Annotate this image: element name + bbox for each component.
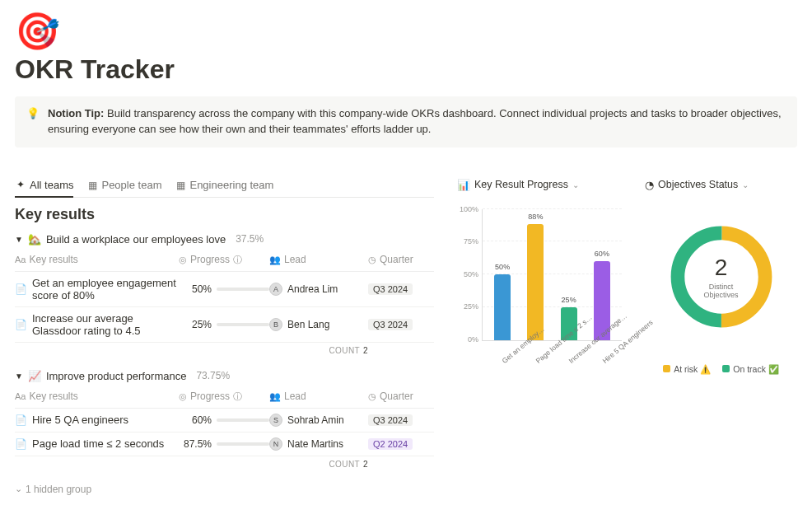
tab-people-team[interactable]: ▦People team bbox=[86, 179, 161, 197]
y-tick: 50% bbox=[464, 270, 478, 278]
col-progress: Progress bbox=[190, 390, 230, 402]
y-tick: 75% bbox=[464, 237, 478, 245]
group-toggle[interactable]: ▼ bbox=[15, 372, 23, 381]
view-tabs: ✦All teams▦People team▦Engineering team bbox=[15, 179, 434, 198]
bar-value-label: 50% bbox=[495, 263, 510, 271]
progress-bar bbox=[217, 288, 269, 291]
progress-cell: 60% bbox=[179, 414, 269, 426]
x-label: Hire 5 QA engineers bbox=[597, 344, 618, 365]
avatar: N bbox=[269, 437, 282, 451]
page-icon: 📄 bbox=[15, 438, 27, 450]
group-name[interactable]: Build a workplace our employees love bbox=[46, 233, 226, 245]
col-quarter: Quarter bbox=[380, 254, 413, 265]
status-widget-title: Objectives Status bbox=[658, 179, 738, 190]
x-label: Page load time ≤ 2 s… bbox=[530, 344, 552, 365]
table-header: AaKey results ◎Progressⓘ 👥Lead ◷Quarter bbox=[15, 249, 434, 272]
group-percent: 37.5% bbox=[236, 233, 264, 245]
table-row[interactable]: 📄 Get an employee engagement score of 80… bbox=[15, 272, 434, 307]
info-icon: ⓘ bbox=[233, 254, 242, 266]
table-row[interactable]: 📄 Hire 5 QA engineers 60% S Sohrab Amin … bbox=[15, 409, 434, 433]
progress-bar bbox=[217, 418, 269, 422]
callout-tip: 💡 Notion Tip: Build transparency across … bbox=[15, 96, 797, 147]
lead-cell: N Nate Martins bbox=[269, 437, 368, 451]
tab-engineering-team[interactable]: ▦Engineering team bbox=[175, 179, 273, 197]
objectives-status-donut: 2 Distinct Objectives bbox=[664, 219, 779, 334]
hidden-group-toggle[interactable]: ⌄ 1 hidden group bbox=[15, 484, 434, 495]
lead-cell: A Andrea Lim bbox=[269, 283, 368, 296]
lead-name: Sohrab Amin bbox=[287, 414, 344, 426]
progress-cell: 87.5% bbox=[179, 438, 269, 450]
table-header: AaKey results ◎Progressⓘ 👥Lead ◷Quarter bbox=[15, 386, 434, 409]
tab-label: All teams bbox=[30, 179, 73, 191]
table-row[interactable]: 📄 Increase our average Glassdoor rating … bbox=[15, 307, 434, 343]
tab-all-teams[interactable]: ✦All teams bbox=[15, 179, 73, 198]
count-row: COUNT2 bbox=[15, 343, 434, 358]
chart-widget-title: Key Result Progress bbox=[474, 179, 568, 190]
col-name: Key results bbox=[29, 390, 77, 402]
chart-widget-header[interactable]: 📊 Key Result Progress ⌄ bbox=[457, 179, 622, 191]
bar-value-label: 88% bbox=[528, 213, 543, 221]
quarter-badge: Q2 2024 bbox=[368, 438, 413, 450]
col-lead: Lead bbox=[284, 390, 306, 402]
group-toggle[interactable]: ▼ bbox=[15, 235, 23, 244]
calendar-icon: ◷ bbox=[368, 255, 376, 265]
progress-cell: 25% bbox=[179, 319, 269, 330]
chevron-down-icon: ⌄ bbox=[15, 484, 22, 494]
text-icon: Aa bbox=[15, 255, 26, 264]
tab-label: People team bbox=[101, 179, 161, 191]
group-name[interactable]: Improve product performance bbox=[46, 370, 187, 382]
quarter-badge: Q3 2024 bbox=[368, 414, 413, 426]
bar-chart-icon: 📊 bbox=[457, 179, 470, 191]
page-icon: 📄 bbox=[15, 283, 27, 295]
row-name: Increase our average Glassdoor rating to… bbox=[32, 312, 179, 337]
info-icon: ⓘ bbox=[233, 390, 242, 403]
quarter-badge: Q3 2024 bbox=[368, 283, 413, 295]
progress-text: 60% bbox=[179, 414, 212, 426]
y-tick: 100% bbox=[460, 205, 478, 213]
progress-bar bbox=[217, 323, 269, 326]
legend-item: On track ✅ bbox=[722, 364, 779, 375]
target-icon: ◎ bbox=[179, 391, 187, 402]
chevron-down-icon: ⌄ bbox=[742, 180, 749, 189]
group-emoji: 📈 bbox=[28, 370, 41, 382]
group: ▼ 🏡 Build a workplace our employees love… bbox=[15, 233, 434, 358]
bar-value-label: 25% bbox=[562, 296, 576, 304]
page-icon: 📄 bbox=[15, 319, 27, 330]
callout-lead: Notion Tip: bbox=[48, 107, 104, 119]
row-name: Hire 5 QA engineers bbox=[32, 414, 128, 426]
count-row: COUNT2 bbox=[15, 456, 434, 472]
avatar: B bbox=[269, 318, 282, 331]
lead-name: Ben Lang bbox=[287, 319, 329, 330]
page-title: OKR Tracker bbox=[15, 54, 797, 85]
row-name: Get an employee engagement score of 80% bbox=[32, 277, 179, 302]
callout-body: Build transparency across the company wi… bbox=[48, 107, 782, 135]
quarter-badge: Q3 2024 bbox=[368, 319, 413, 330]
lead-name: Nate Martins bbox=[287, 438, 343, 450]
col-name: Key results bbox=[29, 254, 77, 265]
group-emoji: 🏡 bbox=[28, 233, 41, 245]
lead-cell: B Ben Lang bbox=[269, 318, 368, 331]
person-icon: 👥 bbox=[269, 255, 281, 265]
avatar: A bbox=[269, 283, 282, 296]
donut-center-value: 2 bbox=[693, 255, 750, 281]
lead-name: Andrea Lim bbox=[287, 283, 338, 295]
table-row[interactable]: 📄 Page load time ≤ 2 seconds 87.5% N Nat… bbox=[15, 433, 434, 456]
status-widget-header[interactable]: ◔ Objectives Status ⌄ bbox=[645, 179, 797, 191]
bar-value-label: 60% bbox=[595, 250, 609, 258]
x-label: Increase our average… bbox=[564, 344, 586, 365]
donut-legend: At risk ⚠️On track ✅ bbox=[663, 364, 779, 375]
clock-icon: ◔ bbox=[645, 179, 654, 191]
progress-text: 25% bbox=[179, 319, 212, 330]
avatar: S bbox=[269, 414, 282, 427]
person-icon: 👥 bbox=[269, 391, 281, 402]
chevron-down-icon: ⌄ bbox=[572, 180, 579, 189]
donut-center-label: Distinct Objectives bbox=[693, 283, 750, 299]
y-tick: 0% bbox=[468, 335, 478, 344]
lightbulb-icon: 💡 bbox=[26, 106, 40, 138]
x-label: Get an employ… bbox=[497, 344, 519, 365]
y-tick: 25% bbox=[464, 302, 478, 311]
tab-icon: ✦ bbox=[15, 179, 26, 190]
page-icon: 📄 bbox=[15, 414, 27, 426]
legend-item: At risk ⚠️ bbox=[663, 364, 711, 375]
page-emoji[interactable]: 🎯 bbox=[15, 13, 797, 49]
